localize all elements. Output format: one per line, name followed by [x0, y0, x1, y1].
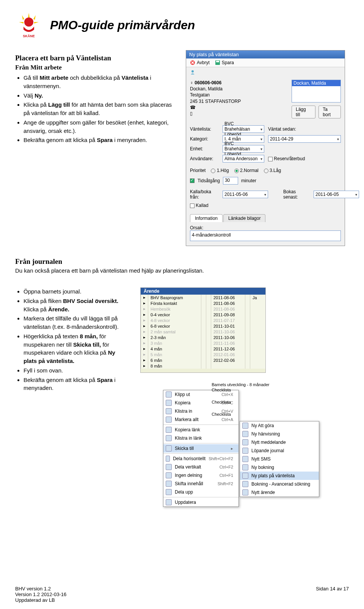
journal-row[interactable]: ▸4 mån2011-12-06	[141, 346, 265, 352]
menu-icon	[166, 481, 172, 487]
bullet: Markera det tillfälle du vill lägga till…	[24, 314, 129, 331]
kalla-fran-date[interactable]: 2011-05-06	[223, 191, 268, 198]
menu-icon	[242, 448, 248, 454]
svg-point-5	[191, 70, 194, 73]
bullet: Gå till Mitt arbete och dubbelklicka på …	[24, 74, 174, 90]
menu-item[interactable]: Dela vertikaltCtrl+F2	[163, 463, 238, 471]
menu-icon	[166, 472, 172, 478]
menu-icon	[166, 445, 172, 451]
bullet: Klicka på Lägg till för att hämta det ba…	[24, 101, 174, 117]
dialog-title: Ny plats på väntelistan	[186, 50, 345, 58]
menu-item[interactable]: Markera alltCtrl+A	[163, 415, 238, 424]
menu-icon	[166, 456, 170, 462]
menu-icon	[166, 408, 172, 414]
menu-item[interactable]: Dela upp	[163, 488, 238, 496]
avbryt-button[interactable]: Avbryt	[190, 60, 210, 65]
bullet: Bekräfta genom att klicka på Spara i men…	[24, 136, 174, 144]
context-submenu[interactable]: Ny Att göraNy hänvisningNytt meddelandeL…	[240, 421, 319, 497]
user-icon	[190, 69, 195, 75]
submenu-item[interactable]: Nytt meddelande	[240, 438, 319, 446]
bullet: Klicka på fliken BHV Social översikt. Kl…	[24, 297, 129, 314]
prio-lag-radio[interactable]	[264, 169, 268, 173]
journal-row[interactable]: ▸4-8 veckor2011-07-17	[141, 317, 265, 323]
submenu-item[interactable]: Nytt SMS	[240, 455, 319, 463]
ta-bort-button[interactable]: Ta bort	[318, 106, 341, 118]
instruction-list: Gå till Mitt arbete och dubbelklicka på …	[15, 74, 174, 144]
submenu-item[interactable]: Nytt ärende	[240, 488, 319, 497]
arende-header: Ärende	[141, 288, 265, 295]
journal-row[interactable]: ▸0-4 veckor2011-09-08	[141, 312, 265, 317]
bullet: Högerklicka på texten 8 mån, för muspeka…	[24, 332, 129, 365]
svg-text:SKÅNE: SKÅNE	[23, 34, 35, 38]
prio-hog-radio[interactable]	[211, 169, 215, 173]
svg-point-0	[24, 17, 33, 27]
menu-icon	[166, 391, 172, 398]
bullet: Öppna barnets journal.	[24, 287, 129, 296]
journal-row[interactable]: ▸2-3 mån2011-10-06	[141, 334, 265, 340]
menu-item[interactable]: Ingen delningCtrl+F1	[163, 471, 238, 480]
submenu-item[interactable]: Bokning - Avancerad sökning	[240, 480, 319, 488]
menu-item[interactable]: Skifta innehållShift+F2	[163, 480, 238, 488]
journal-row[interactable]: ▸2 mån samtal2011-10-06	[141, 329, 265, 334]
menu-icon	[242, 473, 248, 479]
lagg-till-button[interactable]: Lägg till	[292, 106, 315, 118]
menu-icon	[166, 499, 172, 505]
cancel-icon	[190, 60, 195, 65]
menu-icon	[166, 400, 172, 406]
bullet: Välj Ny.	[24, 92, 174, 100]
reserv-checkbox[interactable]	[268, 157, 273, 161]
skane-logo: SKÅNE	[15, 11, 42, 39]
menu-item[interactable]: Klistra in länk	[163, 434, 238, 442]
vantat-sedan-date[interactable]: 2011-04-29	[268, 135, 341, 143]
journal-row[interactable]: ▸BHV Basprogram2011-08-06Ja	[141, 295, 265, 300]
right-item: Checklista	[212, 412, 269, 417]
submenu-item[interactable]: Löpande journal	[240, 446, 319, 455]
footer-pager: Sidan 14 av 17	[316, 586, 349, 603]
menu-icon	[166, 464, 172, 470]
tidsatgang-checkbox[interactable]	[190, 178, 195, 183]
anvandare-combo[interactable]: Alma Andersson	[223, 155, 264, 163]
waitlist-dialog: Ny plats på väntelistan Avbryt Spara ♀ 0…	[186, 50, 345, 246]
submenu-item[interactable]: Ny bokning	[240, 463, 319, 472]
menu-item[interactable]: Dela horisontelltShift+Ctrl+F2	[163, 454, 238, 463]
journal-table: ▸BHV Basprogram2011-08-06Ja▸Första konta…	[141, 295, 265, 369]
journal-row[interactable]: ▸8 mån	[141, 363, 265, 369]
menu-icon	[242, 456, 248, 462]
submenu-item[interactable]: Ny hänvisning	[240, 430, 319, 438]
journal-row[interactable]: ▸Hembesök2011-08-06	[141, 306, 265, 312]
tab-information[interactable]: Information	[190, 214, 223, 222]
submenu-item[interactable]: Ny plats på väntelista	[240, 472, 319, 480]
vantelista-combo[interactable]: BVC Brahehälsan Löberöd	[223, 125, 264, 133]
journal-row[interactable]: ▸6 mån2012-02-06	[141, 357, 265, 363]
journal-row[interactable]: ▸Första kontakt2011-08-06	[141, 300, 265, 306]
spara-button[interactable]: Spara	[215, 60, 234, 65]
orsak-textarea[interactable]: 4-månaderskontroll	[190, 230, 341, 241]
tab-lankade-bilagor[interactable]: Länkade bilagor	[223, 214, 265, 222]
journal-screenshot: Ärende ▸BHV Basprogram2011-08-06Ja▸Först…	[140, 287, 266, 373]
menu-item[interactable]: Skicka till▸	[163, 444, 238, 453]
tidsatgang-input[interactable]: 30	[223, 177, 238, 185]
patient-listbox[interactable]: Dockan, Matilda	[292, 80, 341, 103]
kallad-checkbox[interactable]	[190, 204, 195, 208]
submenu-item[interactable]: Ny Att göra	[240, 421, 319, 430]
journal-row[interactable]: ▸6-8 veckor2011-10-01	[141, 323, 265, 329]
right-item: Barnets utveckling - 8 månader	[212, 382, 269, 387]
bullet: Ange de uppgifter som gäller för besöket…	[24, 118, 174, 135]
menu-icon	[166, 427, 172, 433]
menu-icon	[166, 489, 172, 495]
menu-icon	[242, 481, 248, 487]
journal-row[interactable]: ▸5 mån2012-01-06	[141, 352, 265, 357]
menu-icon	[242, 423, 248, 429]
section2-intro: Du kan också placera ett barn på vänteli…	[15, 267, 349, 274]
svg-rect-4	[216, 61, 219, 62]
enhet-combo[interactable]: BVC Brahehälsan Löberöd	[223, 145, 264, 153]
prio-normal-radio[interactable]	[234, 169, 239, 173]
menu-item[interactable]: Uppdatera	[163, 498, 238, 506]
patient-info: ♀ 060606-0606 Dockan, Matilda Testgatan …	[190, 80, 288, 118]
section-heading: Placera ett barn på Väntelistan	[15, 54, 174, 62]
page-title: PMO-guide primärvården	[50, 18, 195, 32]
footer-version: BHV version 1.2 Version 1.2 2012-03-16 U…	[15, 586, 66, 603]
journal-row[interactable]: ▸3 mån2011-11-06	[141, 340, 265, 346]
menu-item[interactable]: Kopiera länk	[163, 426, 238, 434]
bokas-senast-date[interactable]: 2011-06-05	[314, 191, 359, 198]
